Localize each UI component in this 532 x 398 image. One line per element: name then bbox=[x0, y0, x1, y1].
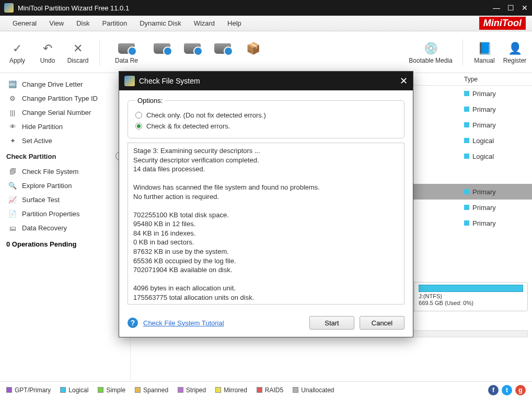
legend-item: Logical bbox=[60, 387, 88, 394]
sidebar: 🔤Change Drive Letter⚙Change Partition Ty… bbox=[0, 73, 131, 381]
options-legend: Options: bbox=[135, 97, 165, 104]
cancel-button[interactable]: Cancel bbox=[360, 316, 404, 330]
log-output[interactable]: Stage 3: Examining security descriptors … bbox=[128, 143, 404, 305]
sidebar-item-label: Check File System bbox=[22, 168, 78, 175]
register-button[interactable]: 👤Register bbox=[502, 34, 528, 71]
column-type[interactable]: Type bbox=[464, 76, 532, 83]
legend-item: Striped bbox=[178, 387, 206, 394]
sidebar-item[interactable]: 🗐Check File System bbox=[0, 165, 130, 179]
sidebar-item[interactable]: ✦Set Active bbox=[0, 134, 130, 148]
menu-help[interactable]: Help bbox=[221, 19, 248, 27]
sidebar-item-icon: 🔍 bbox=[8, 182, 17, 190]
minimize-button[interactable]: — bbox=[493, 4, 500, 12]
toolbar-separator bbox=[462, 39, 463, 65]
discard-button[interactable]: ✕Discard bbox=[65, 34, 91, 71]
dialog-icon bbox=[124, 76, 135, 86]
sidebar-item-label: Explore Partition bbox=[22, 182, 72, 190]
facebook-icon[interactable]: f bbox=[488, 385, 499, 395]
sidebar-item-label: Change Serial Number bbox=[22, 109, 91, 116]
googleplus-icon[interactable]: g bbox=[515, 385, 526, 395]
sidebar-item[interactable]: |||Change Serial Number bbox=[0, 106, 130, 120]
sidebar-item-icon: ⚙ bbox=[8, 95, 17, 102]
sidebar-item-label: Set Active bbox=[22, 137, 52, 145]
data-recovery-button[interactable]: Data Re bbox=[108, 34, 145, 71]
partition-block[interactable]: J:(NTFS)669.5 GB (Used: 0%) bbox=[414, 283, 527, 311]
undo-button[interactable]: ↶Undo bbox=[34, 34, 61, 71]
menu-general[interactable]: General bbox=[6, 19, 43, 27]
radio-icon bbox=[135, 112, 142, 119]
sidebar-item-label: Change Partition Type ID bbox=[22, 95, 98, 102]
sidebar-item[interactable]: 🖴Data Recovery bbox=[0, 221, 130, 235]
sidebar-section-check[interactable]: Check Partition ⌃ bbox=[0, 148, 130, 165]
sidebar-item-icon: 👁 bbox=[8, 123, 17, 131]
sidebar-item[interactable]: 👁Hide Partition bbox=[0, 120, 130, 134]
legend-item: Unallocated bbox=[293, 387, 334, 394]
bootable-media-button[interactable]: 💿Bootable Media bbox=[407, 34, 454, 71]
sidebar-item[interactable]: 📄Partition Properties bbox=[0, 207, 130, 221]
help-icon[interactable]: ? bbox=[128, 318, 138, 328]
disk-tool-2[interactable] bbox=[149, 34, 175, 71]
disk-tool-4[interactable] bbox=[210, 34, 236, 71]
sidebar-item-label: Data Recovery bbox=[22, 224, 67, 232]
maximize-button[interactable]: ☐ bbox=[507, 4, 514, 12]
sidebar-item-icon: 🗐 bbox=[8, 168, 17, 175]
start-button[interactable]: Start bbox=[309, 316, 354, 330]
legend-item: RAID5 bbox=[257, 387, 283, 394]
toolbar: ✓Apply ↶Undo ✕Discard Data Re 📦 💿Bootabl… bbox=[0, 31, 532, 73]
dialog-close-button[interactable]: ✕ bbox=[400, 75, 408, 87]
disk-tool-3[interactable] bbox=[179, 34, 205, 71]
radio-check-fix[interactable]: Check & fix detected errors. bbox=[135, 121, 397, 132]
menu-partition[interactable]: Partition bbox=[96, 19, 133, 27]
window-title: MiniTool Partition Wizard Free 11.0.1 bbox=[18, 4, 129, 12]
legend-bar: GPT/PrimaryLogicalSimpleSpannedStripedMi… bbox=[0, 381, 532, 398]
sidebar-item-label: Change Drive Letter bbox=[22, 80, 83, 88]
title-bar: MiniTool Partition Wizard Free 11.0.1 — … bbox=[0, 0, 532, 16]
operations-pending: 0 Operations Pending bbox=[0, 235, 130, 253]
sidebar-item-icon: 🔤 bbox=[8, 80, 17, 88]
twitter-icon[interactable]: t bbox=[502, 385, 512, 395]
radio-check-only[interactable]: Check only. (Do not fix detected errors.… bbox=[135, 110, 397, 121]
options-fieldset: Options: Check only. (Do not fix detecte… bbox=[128, 97, 404, 138]
apply-button[interactable]: ✓Apply bbox=[4, 34, 30, 71]
brand-logo: MiniTool bbox=[479, 17, 526, 30]
menu-wizard[interactable]: Wizard bbox=[188, 19, 221, 27]
legend-item: Spanned bbox=[135, 387, 168, 394]
sidebar-item-icon: 🖴 bbox=[8, 224, 17, 232]
sidebar-item-label: Surface Test bbox=[22, 196, 60, 204]
app-icon bbox=[4, 3, 14, 13]
sidebar-item[interactable]: ⚙Change Partition Type ID bbox=[0, 91, 130, 106]
sidebar-item[interactable]: 📈Surface Test bbox=[0, 193, 130, 207]
legend-item: Simple bbox=[98, 387, 125, 394]
sidebar-item[interactable]: 🔤Change Drive Letter bbox=[0, 77, 130, 91]
check-file-system-dialog: Check File System ✕ Options: Check only.… bbox=[119, 71, 413, 337]
legend-item: GPT/Primary bbox=[6, 387, 51, 394]
menu-disk[interactable]: Disk bbox=[70, 19, 96, 27]
toolbar-separator bbox=[99, 39, 100, 65]
menu-bar: General View Disk Partition Dynamic Disk… bbox=[0, 16, 532, 31]
tutorial-link[interactable]: Check File System Tutorial bbox=[143, 319, 224, 327]
sidebar-item-icon: 📈 bbox=[8, 196, 17, 204]
dialog-title: Check File System bbox=[139, 77, 200, 85]
sidebar-item-icon: ✦ bbox=[8, 137, 17, 145]
radio-icon bbox=[135, 123, 142, 130]
disk-tool-5[interactable]: 📦 bbox=[240, 34, 266, 71]
dialog-title-bar[interactable]: Check File System ✕ bbox=[119, 72, 413, 90]
manual-button[interactable]: 📘Manual bbox=[471, 34, 498, 71]
sidebar-item-label: Partition Properties bbox=[22, 210, 80, 218]
legend-item: Mirrored bbox=[215, 387, 247, 394]
close-button[interactable]: ✕ bbox=[522, 4, 528, 12]
menu-dynamic-disk[interactable]: Dynamic Disk bbox=[133, 19, 187, 27]
sidebar-item-label: Hide Partition bbox=[22, 123, 63, 131]
sidebar-item-icon: ||| bbox=[8, 109, 17, 116]
sidebar-item-icon: 📄 bbox=[8, 210, 17, 218]
sidebar-item[interactable]: 🔍Explore Partition bbox=[0, 179, 130, 193]
menu-view[interactable]: View bbox=[43, 19, 70, 27]
